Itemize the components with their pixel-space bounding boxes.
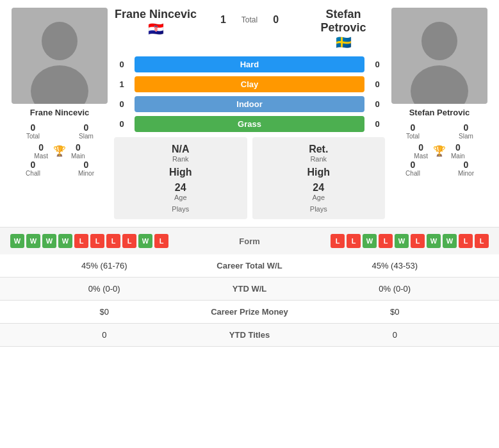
- left-flag: 🇭🇷: [114, 21, 197, 37]
- stats-center-1: YTD W/L: [199, 284, 301, 294]
- right-form-badges: LLWLWLWWLL: [331, 234, 489, 248]
- left-stat-minor: 0 Minor: [63, 160, 109, 177]
- stats-center-3: YTD Titles: [199, 330, 301, 340]
- left-mast-main-row: 0 Mast 🏆 0 Main: [5, 142, 114, 160]
- right-form-badge-l: L: [379, 234, 393, 248]
- stats-left-3: 0: [10, 330, 199, 340]
- indoor-button[interactable]: Indoor: [135, 96, 364, 112]
- left-age-value: 24: [175, 182, 186, 194]
- stats-row-2: $0 Career Prize Money $0: [0, 301, 499, 324]
- left-stat-mast: 0 Mast: [34, 142, 48, 160]
- left-plays-row: Plays: [172, 205, 189, 213]
- right-name-center: Stefan Petrovic 🇸🇪: [302, 8, 385, 50]
- left-stat-chall: 0 Chall: [10, 160, 56, 177]
- right-mast-main-row: 0 Mast 🏆 0 Main: [385, 142, 494, 160]
- right-form-badge-l: L: [475, 234, 489, 248]
- stats-row-1: 0% (0-0) YTD W/L 0% (0-0): [0, 278, 499, 301]
- surface-row-clay: 1 Clay 0: [114, 76, 385, 92]
- right-rank-label: Rank: [310, 155, 327, 163]
- right-stat-slam: 0 Slam: [443, 122, 489, 140]
- left-form-badge-w: W: [10, 234, 24, 248]
- left-form-badge-w: W: [58, 234, 72, 248]
- h2h-total: 1 Total 0: [197, 8, 302, 26]
- indoor-left-score: 0: [114, 99, 129, 109]
- detail-boxes: N/A Rank High 24 Age Plays: [114, 137, 385, 219]
- indoor-right-score: 0: [370, 99, 385, 109]
- right-plays-row: Plays: [310, 205, 327, 213]
- right-stat-minor: 0 Minor: [443, 160, 489, 177]
- left-trophy-icon: 🏆: [53, 145, 66, 157]
- left-form-badge-l: L: [106, 234, 120, 248]
- clay-right-score: 0: [370, 79, 385, 89]
- right-form-badge-l: L: [411, 234, 425, 248]
- stats-right-0: 45% (43-53): [301, 261, 489, 270]
- right-age-label: Age: [312, 194, 325, 201]
- right-stat-main: 0 Main: [451, 142, 465, 160]
- h2h-total-label: Total: [241, 15, 258, 24]
- right-chall-minor-stats: 0 Chall 0 Minor: [385, 160, 494, 177]
- left-form-badge-w: W: [42, 234, 56, 248]
- stats-left-1: 0% (0-0): [10, 284, 199, 294]
- left-high-value: High: [169, 167, 192, 178]
- right-player-block: Stefan Petrovic 0 Total 0 Slam 0 Mast 🏆: [385, 8, 494, 219]
- main-container: Frane Nincevic 0 Total 0 Slam 0 Mast 🏆: [0, 0, 499, 347]
- right-stat-mast: 0 Mast: [414, 142, 428, 160]
- right-trophy-icon: 🏆: [433, 145, 446, 157]
- right-form-badge-w: W: [363, 234, 377, 248]
- h2h-left-score: 1: [220, 14, 226, 26]
- left-stat-main: 0 Main: [71, 142, 85, 160]
- stats-table: 45% (61-76) Career Total W/L 45% (43-53)…: [0, 254, 499, 347]
- left-form-badge-l: L: [122, 234, 136, 248]
- right-form-badge-l: L: [331, 234, 345, 248]
- grass-right-score: 0: [370, 119, 385, 129]
- left-stat-slam: 0 Slam: [63, 122, 109, 140]
- right-flag: 🇸🇪: [302, 35, 385, 50]
- left-name-center: Frane Nincevic 🇭🇷: [114, 8, 197, 37]
- svg-point-1: [42, 22, 78, 60]
- right-player-stats: 0 Total 0 Slam: [385, 122, 494, 140]
- stats-left-2: $0: [10, 307, 199, 317]
- left-rank-row: N/A Rank: [172, 144, 190, 163]
- stats-right-2: $0: [301, 307, 489, 317]
- left-player-name: Frane Nincevic: [30, 108, 90, 117]
- right-plays-label: Plays: [310, 205, 327, 213]
- right-stat-total: 0 Total: [390, 122, 436, 140]
- names-row: Frane Nincevic 🇭🇷 1 Total 0 Stefan Petro…: [114, 8, 385, 50]
- right-rank-value: Ret.: [309, 144, 328, 155]
- left-chall-minor-stats: 0 Chall 0 Minor: [5, 160, 114, 177]
- left-player-stats: 0 Total 0 Slam: [5, 122, 114, 140]
- surface-row-hard: 0 Hard 0: [114, 56, 385, 72]
- stats-row-3: 0 YTD Titles 0: [0, 324, 499, 347]
- left-player-photo: [12, 8, 108, 104]
- right-stat-chall: 0 Chall: [390, 160, 436, 177]
- h2h-right-score: 0: [273, 14, 279, 26]
- clay-left-score: 1: [114, 79, 129, 89]
- grass-left-score: 0: [114, 119, 129, 129]
- right-form-badge-w: W: [395, 234, 409, 248]
- right-player-name: Stefan Petrovic: [409, 108, 470, 117]
- right-age-value: 24: [313, 182, 324, 194]
- hard-left-score: 0: [114, 60, 129, 69]
- form-section: WWWWLLLLWL Form LLWLWLWWLL: [0, 227, 499, 254]
- right-high-value: High: [307, 167, 330, 178]
- hard-right-score: 0: [370, 60, 385, 69]
- right-form-badge-l: L: [459, 234, 473, 248]
- left-form-badge-w: W: [26, 234, 40, 248]
- stats-center-0: Career Total W/L: [199, 261, 301, 270]
- stats-right-1: 0% (0-0): [301, 284, 489, 294]
- grass-button[interactable]: Grass: [135, 116, 364, 132]
- left-age-row: 24 Age: [174, 182, 187, 201]
- h2h-scores: 1 Total 0: [220, 14, 279, 26]
- stats-center-2: Career Prize Money: [199, 307, 301, 317]
- hard-button[interactable]: Hard: [135, 56, 364, 72]
- right-form-badge-w: W: [443, 234, 457, 248]
- clay-button[interactable]: Clay: [135, 76, 364, 92]
- left-rank-label: Rank: [172, 155, 189, 163]
- form-label: Form: [239, 236, 260, 246]
- right-high-row: High: [307, 167, 330, 178]
- left-detail-box: N/A Rank High 24 Age Plays: [114, 137, 247, 219]
- left-age-label: Age: [174, 194, 187, 201]
- svg-point-4: [421, 22, 457, 60]
- stats-row-0: 45% (61-76) Career Total W/L 45% (43-53): [0, 254, 499, 278]
- left-stat-total: 0 Total: [10, 122, 56, 140]
